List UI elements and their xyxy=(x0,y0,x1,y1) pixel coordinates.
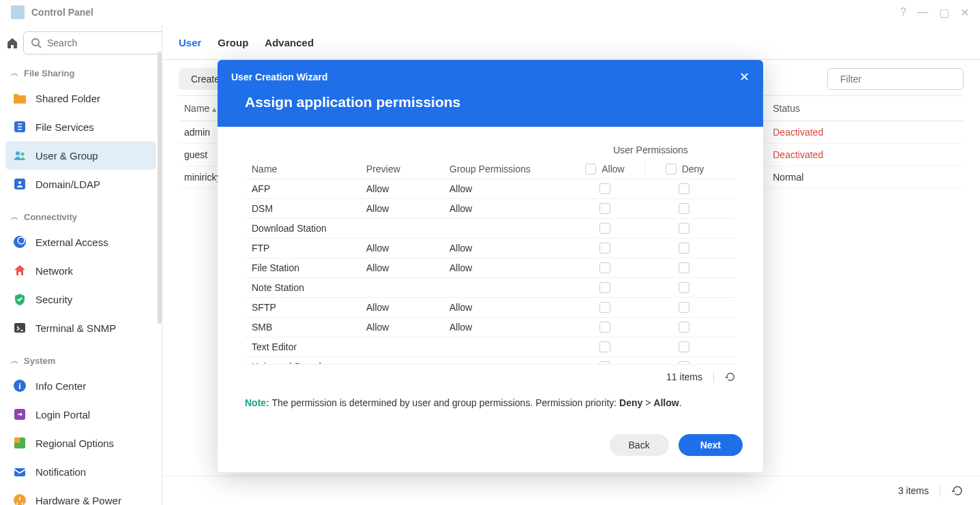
section-system[interactable]: ︿ System xyxy=(5,350,156,371)
perm-col-preview[interactable]: Preview xyxy=(359,159,443,179)
sidebar-item-shared-folder[interactable]: Shared Folder xyxy=(5,84,156,112)
perm-row[interactable]: AFPAllowAllow xyxy=(245,179,736,198)
permission-note: Note: The permission is determined by us… xyxy=(245,389,736,429)
shield-icon xyxy=(12,292,27,307)
filter-field[interactable] xyxy=(840,74,960,85)
sidebar-label: Domain/LDAP xyxy=(35,179,100,190)
section-connectivity[interactable]: ︿ Connectivity xyxy=(5,206,156,228)
perm-col-user: User Permissions xyxy=(565,140,736,159)
section-label: System xyxy=(24,356,55,366)
perm-preview: Allow xyxy=(359,199,443,218)
login-portal-icon xyxy=(12,407,27,422)
refresh-icon[interactable] xyxy=(951,485,964,497)
deny-checkbox[interactable] xyxy=(679,183,689,194)
cell-status: Deactivated xyxy=(767,144,964,166)
allow-checkbox[interactable] xyxy=(599,322,610,333)
allow-checkbox[interactable] xyxy=(599,262,610,273)
sidebar-item-external-access[interactable]: External Access xyxy=(5,228,156,256)
perm-row[interactable]: Universal Search xyxy=(245,356,736,364)
perm-preview xyxy=(359,357,443,364)
sidebar-item-info-center[interactable]: i Info Center xyxy=(5,371,156,400)
perm-col-group[interactable]: Group Permissions xyxy=(443,159,565,179)
section-label: Connectivity xyxy=(24,212,77,222)
chevron-up-icon: ︿ xyxy=(11,356,18,366)
tab-group[interactable]: Group xyxy=(218,37,248,51)
allow-checkbox[interactable] xyxy=(599,282,610,293)
search-input[interactable] xyxy=(23,31,162,55)
sidebar-label: Regional Options xyxy=(35,438,114,449)
perm-row[interactable]: DSMAllowAllow xyxy=(245,198,736,218)
section-file-sharing[interactable]: ︿ File Sharing xyxy=(5,63,156,84)
sidebar-item-network[interactable]: Network xyxy=(5,256,156,285)
search-field[interactable] xyxy=(47,37,162,48)
perm-row[interactable]: Download Station xyxy=(245,218,736,238)
sidebar-item-terminal-snmp[interactable]: Terminal & SNMP xyxy=(5,313,156,342)
perm-name: SMB xyxy=(245,318,359,337)
window-title: Control Panel xyxy=(31,7,900,18)
perm-group: Allow xyxy=(443,239,565,258)
sidebar-item-notification[interactable]: Notification xyxy=(5,457,156,486)
perm-row[interactable]: FTPAllowAllow xyxy=(245,238,736,258)
deny-checkbox[interactable] xyxy=(679,243,689,254)
sidebar-item-user-group[interactable]: User & Group xyxy=(5,141,156,170)
sidebar-item-hardware-power[interactable]: Hardware & Power xyxy=(5,486,156,505)
allow-checkbox[interactable] xyxy=(599,302,610,313)
allow-checkbox[interactable] xyxy=(599,243,610,254)
refresh-permissions-icon[interactable] xyxy=(725,371,736,382)
perm-row[interactable]: Note Station xyxy=(245,277,736,297)
close-modal-icon[interactable]: ✕ xyxy=(739,70,749,85)
perm-row[interactable]: File StationAllowAllow xyxy=(245,258,736,277)
sidebar-item-domain-ldap[interactable]: Domain/LDAP xyxy=(5,170,156,198)
tabs: User Group Advanced xyxy=(162,25,980,60)
deny-checkbox[interactable] xyxy=(679,262,689,273)
perm-preview: Allow xyxy=(359,179,443,198)
help-icon[interactable]: ? xyxy=(900,6,906,19)
home-button[interactable] xyxy=(5,30,19,56)
perm-row[interactable]: SMBAllowAllow xyxy=(245,317,736,337)
sidebar-item-regional-options[interactable]: Regional Options xyxy=(5,429,156,457)
perm-group: Allow xyxy=(443,199,565,218)
perm-items-count: 11 items xyxy=(666,371,702,382)
minimize-icon[interactable]: — xyxy=(917,6,928,19)
close-icon[interactable]: ✕ xyxy=(960,6,969,19)
allow-checkbox[interactable] xyxy=(599,223,610,234)
tab-advanced[interactable]: Advanced xyxy=(265,37,314,51)
perm-row[interactable]: Text Editor xyxy=(245,337,736,356)
perm-col-name[interactable]: Name xyxy=(245,159,359,179)
svg-rect-8 xyxy=(18,272,21,275)
filter-input[interactable] xyxy=(827,68,964,90)
svg-rect-9 xyxy=(14,323,25,333)
sidebar-item-file-services[interactable]: File Services xyxy=(5,112,156,141)
deny-checkbox[interactable] xyxy=(679,223,689,234)
notification-icon xyxy=(12,464,27,479)
deny-checkbox[interactable] xyxy=(679,322,689,333)
tab-user[interactable]: User xyxy=(179,37,201,51)
deny-checkbox[interactable] xyxy=(679,282,689,293)
cell-status: Normal xyxy=(767,166,964,189)
perm-col-deny[interactable]: Deny xyxy=(645,159,724,179)
deny-all-checkbox[interactable] xyxy=(666,164,677,174)
perm-row[interactable]: SFTPAllowAllow xyxy=(245,297,736,317)
col-status-header[interactable]: Status xyxy=(767,96,964,121)
deny-checkbox[interactable] xyxy=(679,302,689,313)
deny-checkbox[interactable] xyxy=(679,203,689,214)
perm-name: Note Station xyxy=(245,278,359,297)
back-button[interactable]: Back xyxy=(610,434,669,456)
deny-checkbox[interactable] xyxy=(679,341,689,352)
sidebar-scrollbar[interactable] xyxy=(158,52,162,505)
next-button[interactable]: Next xyxy=(679,434,743,456)
allow-all-checkbox[interactable] xyxy=(585,164,596,174)
allow-checkbox[interactable] xyxy=(599,183,610,194)
perm-col-allow[interactable]: Allow xyxy=(565,159,644,179)
allow-checkbox[interactable] xyxy=(599,203,610,214)
deny-checkbox[interactable] xyxy=(679,361,689,364)
maximize-icon[interactable]: ▢ xyxy=(939,6,949,19)
app-icon xyxy=(11,5,25,19)
users-icon xyxy=(12,148,27,163)
sidebar-item-security[interactable]: Security xyxy=(5,285,156,313)
allow-checkbox[interactable] xyxy=(599,341,610,352)
allow-checkbox[interactable] xyxy=(599,361,610,364)
sidebar-item-login-portal[interactable]: Login Portal xyxy=(5,400,156,429)
sidebar-label: Hardware & Power xyxy=(35,495,121,506)
modal-title: User Creation Wizard xyxy=(231,72,327,82)
